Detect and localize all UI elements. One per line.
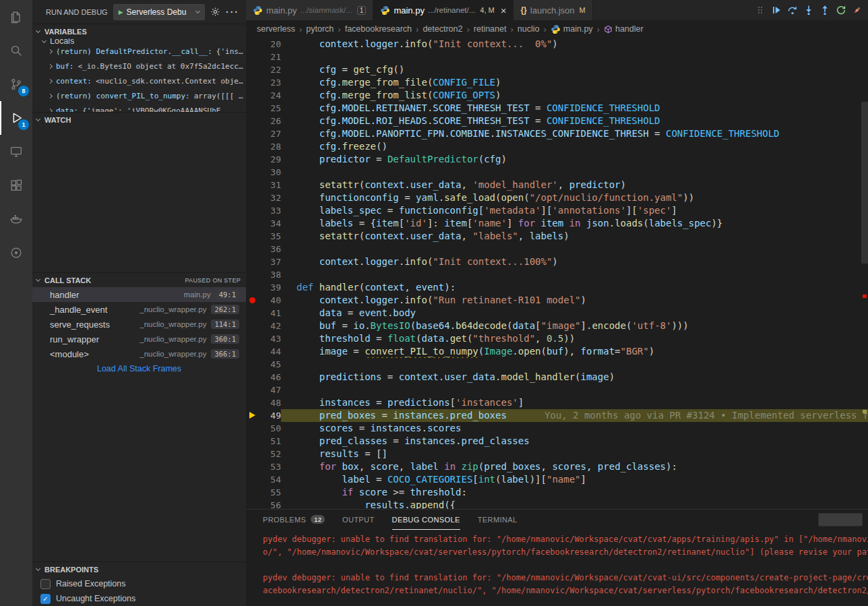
code-line[interactable]: 39def handler(context, event): (246, 281, 868, 294)
code-line[interactable]: 33 labels_spec = functionconfig['metadat… (246, 204, 868, 217)
checkbox[interactable]: ✓ (40, 594, 51, 604)
code-line[interactable]: 22 cfg = get_cfg() (246, 63, 868, 76)
gutter-glyph-margin[interactable] (246, 255, 259, 268)
gutter-glyph-margin[interactable] (246, 473, 259, 486)
gutter-glyph-margin[interactable] (246, 422, 259, 435)
close-icon[interactable]: × (501, 5, 507, 16)
editor-tab-3[interactable]: {}launch.jsonM (514, 0, 592, 20)
code-text[interactable]: results.append({ (281, 499, 868, 509)
debug-continue-button[interactable] (768, 2, 784, 18)
gutter-glyph-margin[interactable] (246, 191, 259, 204)
panel-tab-terminal[interactable]: TERMINAL (478, 510, 518, 530)
breakpoint-row[interactable]: ✓Uncaught Exceptions (32, 591, 246, 606)
code-line[interactable]: 53 for box, score, label in zip(pred_box… (246, 460, 868, 473)
gutter-glyph-margin[interactable] (246, 409, 259, 422)
gutter-glyph-margin[interactable] (246, 179, 259, 191)
code-line[interactable]: 37 context.logger.info("Init context...1… (246, 255, 868, 268)
code-line[interactable]: 44 image = convert_PIL_to_numpy(Image.op… (246, 345, 868, 358)
code-text[interactable]: def handler(context, event): (281, 281, 868, 294)
variables-section-header[interactable]: VARIABLES (32, 24, 246, 38)
code-line[interactable]: 45 (246, 358, 868, 371)
gutter-glyph-margin[interactable] (246, 140, 259, 153)
code-text[interactable]: labels_spec = functionconfig['metadata']… (281, 204, 868, 217)
code-text[interactable] (281, 51, 868, 63)
variable-row[interactable]: (return) convert_PIL_to_numpy:array([[[ … (32, 88, 246, 103)
code-line[interactable]: 56 results.append({ (246, 499, 868, 509)
stack-frame[interactable]: handlermain.py49:1 (32, 287, 246, 302)
debug-step-over-button[interactable] (784, 2, 801, 18)
code-line[interactable]: 21 (246, 51, 868, 63)
code-text[interactable]: image = convert_PIL_to_numpy(Image.open(… (281, 345, 868, 358)
gutter-glyph-margin[interactable] (246, 204, 259, 217)
checkbox[interactable] (40, 579, 51, 589)
breakpoint-row[interactable]: Raised Exceptions (32, 576, 246, 591)
debug-step-into-button[interactable] (801, 2, 817, 18)
activity-item-source-control[interactable]: 8 (0, 67, 32, 101)
code-text[interactable]: predictions = context.user_data.model_ha… (281, 371, 868, 384)
stack-frame[interactable]: run_wrapper_nuclio_wrapper.py360:1 (32, 332, 246, 346)
code-text[interactable]: cfg.MODEL.ROI_HEADS.SCORE_THRESH_TEST = … (281, 115, 868, 127)
code-text[interactable]: if score >= threshold: (281, 486, 868, 499)
breadcrumb-item[interactable]: facebookresearch (345, 24, 412, 34)
debug-step-out-button[interactable] (817, 2, 833, 18)
code-text[interactable]: instances = predictions['instances'] (281, 396, 868, 409)
scope-locals[interactable]: Locals (32, 38, 246, 44)
breadcrumb-item[interactable]: handler (604, 24, 644, 34)
code-text[interactable]: functionconfig = yaml.safe_load(open("/o… (281, 191, 868, 204)
console-filter-box[interactable] (818, 513, 863, 526)
gutter-glyph-margin[interactable] (246, 153, 259, 166)
editor-tab-2[interactable]: main.py.../retinanet/...4, M× (373, 0, 514, 20)
panel-tab-output[interactable]: OUTPUT (342, 510, 375, 530)
code-text[interactable] (281, 268, 868, 281)
variable-row[interactable]: data:{'image': 'iVBORw0KGgoAAAANSUhE… (32, 103, 246, 112)
editor-scrollbar[interactable] (861, 38, 868, 509)
code-text[interactable]: cfg.merge_from_file(CONFIG_FILE) (281, 76, 868, 89)
gutter-glyph-margin[interactable] (246, 294, 259, 307)
scrollbar-thumb[interactable] (861, 102, 868, 264)
code-line[interactable]: 26 cfg.MODEL.ROI_HEADS.SCORE_THRESH_TEST… (246, 115, 868, 127)
gutter-glyph-margin[interactable] (246, 127, 259, 140)
gutter-glyph-margin[interactable] (246, 358, 259, 371)
gutter-glyph-margin[interactable] (246, 460, 259, 473)
code-text[interactable]: labels = {item['id']: item['name'] for i… (281, 217, 868, 230)
code-line[interactable]: 23 cfg.merge_from_file(CONFIG_FILE) (246, 76, 868, 89)
code-line[interactable]: 24 cfg.merge_from_list(CONFIG_OPTS) (246, 89, 868, 102)
code-text[interactable]: buf = io.BytesIO(base64.b64decode(data["… (281, 320, 868, 332)
variable-row[interactable]: (return) DefaultPredictor.__call__:{'ins… (32, 44, 246, 59)
code-line[interactable]: 43 threshold = float(data.get("threshold… (246, 332, 868, 345)
breadcrumb-item[interactable]: main.py (551, 24, 593, 34)
breadcrumb-item[interactable]: nuclio (518, 24, 540, 34)
watch-section-header[interactable]: WATCH (32, 112, 246, 127)
panel-tab-debug-console[interactable]: DEBUG CONSOLE (392, 510, 460, 530)
code-text[interactable]: context.logger.info("Init context...100%… (281, 255, 868, 268)
code-line[interactable]: 29 predictor = DefaultPredictor(cfg) (246, 153, 868, 166)
code-text[interactable]: cfg.merge_from_list(CONFIG_OPTS) (281, 89, 868, 102)
code-line[interactable]: 30 (246, 166, 868, 179)
gutter-glyph-margin[interactable] (246, 384, 259, 396)
code-line[interactable]: 32 functionconfig = yaml.safe_load(open(… (246, 191, 868, 204)
code-line[interactable]: 49 pred_boxes = instances.pred_boxesYou,… (246, 409, 868, 422)
gutter-glyph-margin[interactable] (246, 332, 259, 345)
code-line[interactable]: 27 cfg.MODEL.PANOPTIC_FPN.COMBINE.INSTAN… (246, 127, 868, 140)
call-stack-section-header[interactable]: CALL STACK PAUSED ON STEP (32, 272, 246, 287)
panel-tab-problems[interactable]: PROBLEMS12 (263, 510, 325, 530)
code-text[interactable]: data = event.body (281, 307, 868, 320)
code-line[interactable]: 54 label = COCO_CATEGORIES[int(label)]["… (246, 473, 868, 486)
gutter-glyph-margin[interactable] (246, 166, 259, 179)
code-text[interactable]: setattr(context.user_data, 'model_handle… (281, 179, 868, 191)
code-line[interactable]: 28 cfg.freeze() (246, 140, 868, 153)
code-line[interactable]: 42 buf = io.BytesIO(base64.b64decode(dat… (246, 320, 868, 332)
breadcrumb-item[interactable]: serverless (257, 24, 295, 34)
code-line[interactable]: 48 instances = predictions['instances'] (246, 396, 868, 409)
code-line[interactable]: 31 setattr(context.user_data, 'model_han… (246, 179, 868, 191)
code-text[interactable]: cfg.freeze() (281, 140, 868, 153)
code-text[interactable]: predictor = DefaultPredictor(cfg) (281, 153, 868, 166)
code-line[interactable]: 40 context.logger.info("Run retinanet-R1… (246, 294, 868, 307)
code-text[interactable]: pred_classes = instances.pred_classes (281, 435, 868, 448)
gutter-glyph-margin[interactable] (246, 63, 259, 76)
code-text[interactable]: cfg = get_cfg() (281, 63, 868, 76)
variable-row[interactable]: buf:<_io.BytesIO object at 0x7f5a2dc1ecc… (32, 59, 246, 73)
gutter-glyph-margin[interactable] (246, 217, 259, 230)
activity-item-explorer[interactable] (0, 0, 32, 34)
more-actions-icon[interactable]: ··· (226, 7, 239, 18)
